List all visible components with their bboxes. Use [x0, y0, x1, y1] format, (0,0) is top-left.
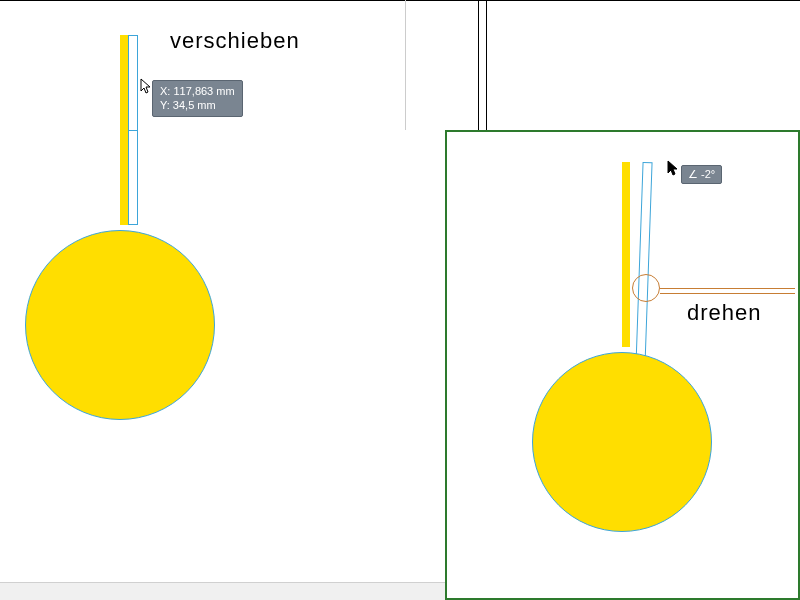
- rectangle-divider: [128, 130, 138, 131]
- move-label: verschieben: [170, 28, 300, 54]
- rotate-label: drehen: [687, 300, 762, 326]
- cursor-pointer-icon: [667, 160, 681, 179]
- y-label: Y:: [160, 99, 170, 111]
- rectangle-rotate-preview[interactable]: [635, 162, 652, 367]
- x-value: 117,863 mm: [173, 85, 234, 97]
- angle-tooltip: ∠ -2°: [681, 165, 722, 184]
- rotation-center-icon[interactable]: [632, 274, 660, 302]
- rectangle-shape[interactable]: [622, 162, 630, 347]
- rotation-guide-line: [660, 288, 795, 289]
- circle-shape[interactable]: [25, 230, 215, 420]
- ruler-line: [0, 0, 800, 1]
- x-label: X:: [160, 85, 170, 97]
- coordinate-tooltip: X: 117,863 mm Y: 34,5 mm: [152, 80, 243, 117]
- rotation-guide-line-2: [660, 293, 795, 294]
- guide-line-1: [478, 0, 479, 130]
- y-value: 34,5 mm: [173, 99, 216, 111]
- guide-line-2: [486, 0, 487, 130]
- rotate-inset-panel: drehen ∠ -2°: [445, 130, 800, 600]
- rectangle-shape[interactable]: [120, 35, 128, 225]
- angle-symbol: ∠: [688, 168, 698, 180]
- guide-line-light: [405, 0, 406, 130]
- angle-value: -2°: [701, 168, 715, 180]
- status-bar: [0, 582, 445, 600]
- circle-shape[interactable]: [532, 352, 712, 532]
